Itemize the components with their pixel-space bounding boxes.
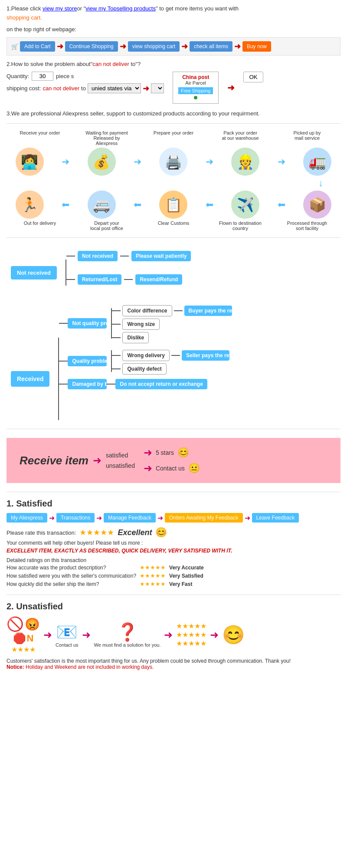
proc-arrow-4: ➜: [278, 156, 285, 168]
r3-label: Very Fast: [169, 580, 207, 588]
proc-icon-truck: 🚛: [303, 148, 331, 176]
proc-label-2: Waiting for paymentReleased by Aliexpres…: [83, 130, 131, 146]
star-row1: ★★★★★: [176, 622, 206, 630]
proc-arrow-5: ⬅: [62, 199, 69, 210]
shipping-row: shipping cost: can not deliver to unied …: [7, 83, 164, 93]
nav-flow: My Aliexpress ➜ Transactions ➜ Manage Fe…: [7, 513, 340, 523]
receive-arrow-2: ➜: [144, 447, 152, 459]
rating-row-3: How quickly did the seller ship the item…: [7, 580, 207, 588]
quantity-input[interactable]: [32, 72, 53, 81]
received-box: Received: [11, 371, 49, 387]
section-1: 1.Please click view my storeor "view my …: [7, 4, 340, 56]
r1-label: Very Accurate: [169, 563, 207, 572]
unsat-arrow-3: ➜: [164, 629, 173, 641]
receive-item-title: Receive item: [20, 454, 88, 467]
no-sign-icon: 🚫: [7, 616, 24, 632]
china-post-title: China post: [178, 74, 213, 80]
ok-button[interactable]: OK: [243, 72, 263, 82]
excellent-smile-icon: 😊: [155, 527, 167, 538]
proc-label-6: Out for delivery: [16, 220, 64, 231]
add-to-cart-button[interactable]: Add to Cart: [20, 41, 55, 52]
proc-arrow-6: ⬅: [134, 199, 141, 210]
nav-transactions[interactable]: Transactions: [56, 513, 95, 523]
arrow2-icon: ➜: [120, 42, 126, 51]
damaged-box: Damaged by buyer: [68, 379, 107, 389]
cart-icon: 🛒: [11, 43, 18, 50]
solution-text: We must find a solution for you.: [94, 642, 161, 648]
unsat-step4: ★★★★★ ★★★★★ ★★★★★: [176, 622, 206, 648]
continue-shopping-button[interactable]: Continue Shopping: [65, 41, 118, 52]
footer-text: Customers' satisfaction is the most impo…: [7, 658, 340, 664]
question-icon: ❓: [117, 622, 138, 642]
no-return-box: Do not accept return or exchange: [115, 379, 207, 389]
country-select[interactable]: unied states via: [88, 83, 141, 93]
nav-arrow-1: ➜: [49, 514, 55, 522]
cart-flow: 🛒 Add to Cart ➜ Continue Shopping ➜ view…: [7, 37, 340, 56]
section3-text: 3.We are professional Aliexpress seller,…: [7, 110, 340, 117]
stop-sign-icon: 🛑: [13, 632, 26, 644]
step1-stars: ★★★★: [11, 645, 36, 654]
nav-my-aliexpress[interactable]: My Aliexpress: [7, 513, 47, 523]
proc-icon-printer: 🖨️: [159, 148, 187, 176]
proc-label-8: Clear Customs: [150, 220, 197, 231]
satisfied-title: 1. Satisfied: [7, 499, 340, 509]
wrong-size-box: Wrong size: [122, 319, 160, 330]
quality-problem-box: Quality problem: [68, 356, 107, 366]
proc-arrow-8: ⬅: [278, 199, 285, 210]
returned-lost-box: Returned/Lost: [78, 274, 121, 285]
view-topselling-link[interactable]: view my Topselling products: [85, 5, 156, 12]
satisfied-section: 1. Satisfied My Aliexpress ➜ Transaction…: [7, 499, 340, 588]
process-section: Receive your order Waiting for paymentRe…: [7, 130, 340, 231]
receive-arrow-1: ➜: [93, 454, 101, 467]
notice-text: Notice: Holiday and Weekend are not incl…: [7, 664, 340, 670]
excellent-text: Excellent: [118, 528, 152, 537]
proc-arrow-2: ➜: [134, 156, 141, 168]
buy-now-button[interactable]: Buy now: [242, 41, 271, 52]
nav-manage-feedback[interactable]: Manage Feedback: [104, 513, 155, 523]
proc-icon-dollar: 💰: [88, 148, 116, 176]
nav-orders-awaiting[interactable]: Orders Awaiting My Feedback: [165, 513, 243, 523]
unsat-step2: 📧 Contact us: [56, 622, 79, 648]
method-select[interactable]: [151, 83, 164, 93]
arrow3-icon: ➜: [181, 42, 188, 51]
proc-arrow-3: ➜: [206, 156, 213, 168]
check-items-button[interactable]: check all items: [190, 41, 232, 52]
unsat-arrow-4: ➜: [210, 629, 219, 641]
proc-label-7: Depart yourlocal post office: [83, 220, 131, 231]
smile-icon: 😊: [177, 447, 189, 458]
comment-text: Your comments will help other buyers! Pl…: [7, 540, 340, 546]
rate-label: Please rate this transaction:: [7, 529, 76, 536]
five-stars-label: 5 stars: [156, 449, 174, 456]
down-arrow-connector: ↓: [7, 178, 340, 189]
shopping-cart-link[interactable]: shopping cart.: [7, 14, 42, 21]
shipping-red: can not deliver: [43, 85, 80, 92]
q2-stars: ★★★★★: [140, 572, 166, 579]
arrow1-icon: ➜: [57, 42, 63, 51]
nav-arrow-3: ➜: [157, 514, 163, 522]
ratings-detail: Detailed ratings on this transaction How…: [7, 557, 340, 588]
seller-pays-box: Seller pays the return shipping fee: [182, 350, 229, 361]
rate-row: Please rate this transaction: ★★★★★ Exce…: [7, 527, 340, 538]
satisfied-label: satisfied: [106, 452, 128, 459]
quantity-row: Quantity: piece s: [7, 72, 164, 81]
proc-label-3: Prepare your order: [150, 130, 197, 146]
not-received-box: Not received: [11, 266, 57, 279]
wait-patiently-box: Please wait patiently: [131, 251, 191, 261]
arrow6-icon: ➜: [227, 82, 235, 93]
proc-arrow-7: ⬅: [206, 199, 213, 210]
unsat-arrow-2: ➜: [82, 629, 91, 641]
wrong-delivery-box: Wrong delivery: [122, 350, 169, 361]
contact-us-label: Contact us: [156, 465, 185, 472]
star-row3: ★★★★★: [176, 639, 206, 648]
nav-arrow-4: ➜: [245, 514, 250, 522]
decision-tree-not-received: Not received Not received Please wait pa…: [7, 242, 340, 290]
section-2: 2.How to solve the problem about"can not…: [7, 60, 340, 104]
pieces-label: piece s: [56, 73, 74, 79]
stars-row: ★★★★★: [79, 528, 114, 537]
section1-text2: on the top right of webpage:: [7, 25, 340, 34]
view-store-link[interactable]: view my store: [43, 5, 77, 12]
proc-icon-customs: 📋: [159, 191, 187, 219]
view-cart-button[interactable]: view shopping cart: [128, 41, 180, 52]
nav-leave-feedback[interactable]: Leave Feedback: [252, 513, 299, 523]
q2-label: How satisfied were you with the seller's…: [7, 572, 140, 580]
